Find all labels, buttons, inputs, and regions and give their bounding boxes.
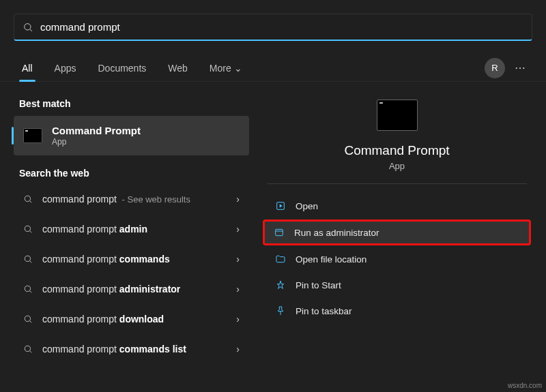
open-icon bbox=[275, 200, 286, 211]
web-result-item[interactable]: command prompt - See web results› bbox=[14, 185, 249, 213]
filter-tabs: All Apps Documents Web More⌄ R ⋯ bbox=[0, 55, 546, 82]
user-avatar[interactable]: R bbox=[485, 58, 505, 78]
search-icon bbox=[23, 22, 33, 33]
web-result-text: command prompt commands bbox=[42, 254, 236, 265]
best-match-subtitle: App bbox=[52, 137, 141, 147]
search-input[interactable] bbox=[40, 21, 523, 33]
svg-point-8 bbox=[25, 286, 30, 291]
tab-more[interactable]: More⌄ bbox=[207, 55, 245, 82]
run-as-admin-action[interactable]: Run as administrator bbox=[263, 220, 531, 245]
tab-all[interactable]: All bbox=[19, 55, 35, 82]
open-file-location-action[interactable]: Open file location bbox=[264, 247, 530, 271]
chevron-down-icon: ⌄ bbox=[234, 63, 242, 74]
svg-point-10 bbox=[25, 316, 30, 321]
more-options-button[interactable]: ⋯ bbox=[515, 61, 527, 74]
action-label: Pin to taskbar bbox=[296, 306, 352, 316]
actions-list: Open Run as administrator Open file loca… bbox=[261, 184, 532, 333]
svg-point-12 bbox=[25, 346, 30, 351]
preview-subtitle: App bbox=[261, 161, 532, 171]
svg-point-0 bbox=[25, 23, 31, 29]
action-label: Open file location bbox=[296, 254, 367, 265]
svg-line-3 bbox=[30, 201, 32, 203]
chevron-right-icon: › bbox=[236, 314, 240, 325]
results-panel: Best match Command Prompt App Search the… bbox=[14, 82, 249, 365]
command-prompt-icon bbox=[23, 128, 42, 143]
tab-label: Documents bbox=[98, 63, 146, 74]
shield-icon bbox=[274, 227, 285, 238]
best-match-header: Best match bbox=[19, 98, 244, 109]
svg-line-5 bbox=[30, 231, 32, 233]
search-web-header: Search the web bbox=[19, 168, 244, 179]
svg-line-7 bbox=[30, 261, 32, 263]
web-result-item[interactable]: command prompt admin› bbox=[14, 215, 249, 243]
web-result-text: command prompt administrator bbox=[42, 284, 236, 295]
pin-to-taskbar-action[interactable]: Pin to taskbar bbox=[264, 299, 530, 323]
web-result-text: command prompt download bbox=[42, 314, 236, 325]
chevron-right-icon: › bbox=[236, 194, 240, 205]
svg-point-6 bbox=[25, 256, 30, 261]
watermark: wsxdn.com bbox=[508, 382, 542, 389]
pin-icon bbox=[275, 305, 286, 316]
preview-title: Command Prompt bbox=[261, 143, 532, 158]
best-match-item[interactable]: Command Prompt App bbox=[14, 116, 249, 155]
preview-panel: Command Prompt App Open Run as administr… bbox=[261, 82, 532, 365]
chevron-right-icon: › bbox=[236, 254, 240, 265]
open-action[interactable]: Open bbox=[264, 194, 530, 218]
pin-icon bbox=[275, 280, 286, 290]
chevron-right-icon: › bbox=[236, 224, 240, 235]
svg-line-9 bbox=[30, 291, 32, 293]
folder-icon bbox=[275, 254, 286, 265]
app-thumbnail-icon bbox=[377, 100, 418, 131]
action-label: Run as administrator bbox=[294, 228, 379, 238]
tab-documents[interactable]: Documents bbox=[95, 55, 149, 82]
svg-point-4 bbox=[25, 226, 30, 231]
tab-label: All bbox=[22, 63, 33, 74]
tab-web[interactable]: Web bbox=[165, 55, 190, 82]
web-result-text: command prompt commands list bbox=[42, 344, 236, 355]
svg-line-1 bbox=[30, 29, 32, 31]
tab-label: Apps bbox=[55, 63, 76, 74]
web-result-item[interactable]: command prompt commands list› bbox=[14, 335, 249, 363]
action-label: Open bbox=[296, 201, 318, 211]
pin-to-start-action[interactable]: Pin to Start bbox=[264, 273, 530, 297]
chevron-right-icon: › bbox=[236, 344, 240, 355]
web-result-text: command prompt admin bbox=[42, 224, 236, 235]
user-initial: R bbox=[491, 63, 498, 73]
chevron-right-icon: › bbox=[236, 284, 240, 295]
web-result-text: command prompt - See web results bbox=[42, 194, 236, 205]
svg-line-13 bbox=[30, 351, 32, 353]
svg-point-2 bbox=[25, 196, 30, 201]
svg-line-11 bbox=[30, 321, 32, 323]
tab-apps[interactable]: Apps bbox=[52, 55, 79, 82]
web-result-item[interactable]: command prompt download› bbox=[14, 305, 249, 333]
web-result-item[interactable]: command prompt administrator› bbox=[14, 275, 249, 303]
tab-label: Web bbox=[168, 63, 188, 74]
best-match-title: Command Prompt bbox=[52, 125, 141, 137]
web-result-item[interactable]: command prompt commands› bbox=[14, 245, 249, 273]
search-bar[interactable] bbox=[14, 14, 532, 41]
svg-rect-15 bbox=[276, 229, 283, 235]
web-results-list: command prompt - See web results›command… bbox=[14, 185, 249, 363]
tab-label: More bbox=[210, 63, 231, 74]
action-label: Pin to Start bbox=[296, 280, 341, 290]
